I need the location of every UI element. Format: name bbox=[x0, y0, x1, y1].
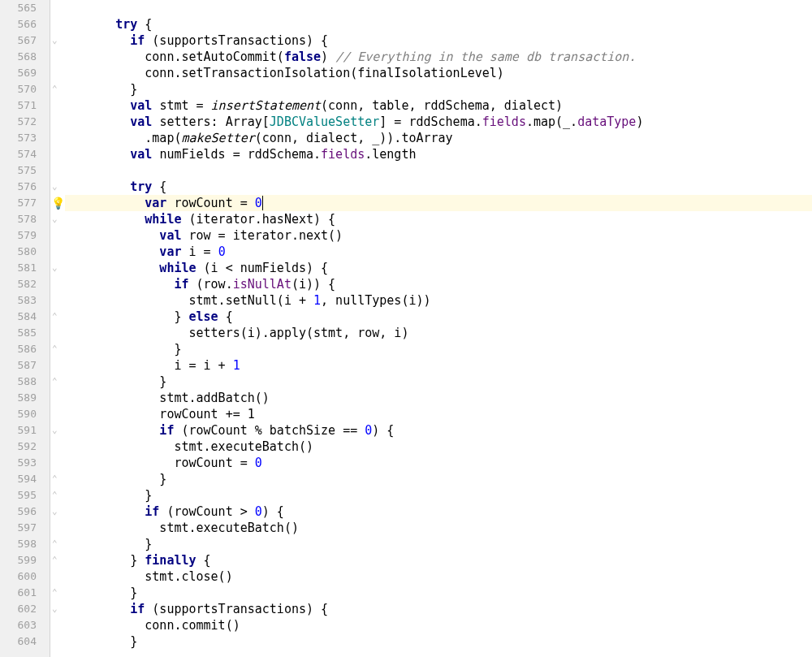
code-line[interactable]: if (row.isNullAt(i)) { bbox=[71, 276, 812, 292]
line-number: 603 bbox=[0, 617, 50, 633]
code-line[interactable]: setters(i).apply(stmt, row, i) bbox=[71, 325, 812, 341]
fold-close-icon[interactable]: ⌃ bbox=[52, 374, 58, 390]
code-line[interactable]: } bbox=[71, 633, 812, 650]
fold-close-icon[interactable]: ⌃ bbox=[52, 536, 58, 552]
code-line[interactable]: var rowCount = 0 bbox=[65, 195, 812, 211]
fold-open-icon[interactable]: ⌄ bbox=[52, 504, 58, 520]
line-number: 569 bbox=[0, 65, 50, 81]
code-line[interactable]: stmt.addBatch() bbox=[71, 390, 812, 406]
line-number: 570 bbox=[0, 81, 50, 97]
line-number: 574 bbox=[0, 146, 50, 162]
fold-open-icon[interactable]: ⌃ bbox=[52, 309, 58, 325]
code-line[interactable]: } bbox=[71, 81, 812, 97]
fold-close-icon[interactable]: ⌃ bbox=[52, 487, 58, 504]
code-line[interactable]: stmt.setNull(i + 1, nullTypes(i)) bbox=[71, 292, 812, 309]
fold-close-icon[interactable]: ⌃ bbox=[52, 471, 58, 487]
line-number: 592 bbox=[0, 439, 50, 455]
line-number: 599 bbox=[0, 552, 50, 568]
line-number: 601 bbox=[0, 585, 50, 601]
line-number: 591 bbox=[0, 422, 50, 439]
code-line[interactable]: conn.setAutoCommit(false) // Everything … bbox=[71, 49, 812, 65]
line-number: 602 bbox=[0, 601, 50, 617]
fold-open-icon[interactable]: ⌄ bbox=[52, 211, 58, 227]
line-number: 566 bbox=[0, 16, 50, 32]
line-number: 581 bbox=[0, 260, 50, 276]
code-line[interactable]: try { bbox=[71, 179, 812, 195]
fold-open-icon[interactable]: ⌄ bbox=[52, 601, 58, 617]
code-line[interactable]: } bbox=[71, 471, 812, 487]
line-number-gutter: 5655665675685695705715725735745755765775… bbox=[0, 0, 50, 657]
code-line[interactable]: if (supportsTransactions) { bbox=[71, 601, 812, 617]
code-line[interactable] bbox=[71, 162, 812, 179]
code-line[interactable]: } bbox=[71, 341, 812, 357]
line-number: 568 bbox=[0, 49, 50, 65]
code-line[interactable]: conn.setTransactionIsolation(finalIsolat… bbox=[71, 65, 812, 81]
code-line[interactable]: val stmt = insertStatement(conn, table, … bbox=[71, 97, 812, 114]
code-line[interactable]: while (iterator.hasNext) { bbox=[71, 211, 812, 227]
code-area[interactable]: try { if (supportsTransactions) { conn.s… bbox=[65, 0, 812, 657]
code-line[interactable]: stmt.executeBatch() bbox=[71, 520, 812, 536]
code-line[interactable]: stmt.close() bbox=[71, 568, 812, 585]
fold-open-icon[interactable]: ⌄ bbox=[52, 179, 58, 195]
line-number: 572 bbox=[0, 114, 50, 130]
code-line[interactable] bbox=[71, 0, 812, 16]
fold-close-icon[interactable]: ⌃ bbox=[52, 585, 58, 601]
line-number: 577 bbox=[0, 195, 50, 211]
code-line[interactable]: if (rowCount > 0) { bbox=[71, 504, 812, 520]
line-number: 578 bbox=[0, 211, 50, 227]
line-number: 590 bbox=[0, 406, 50, 422]
line-number: 598 bbox=[0, 536, 50, 552]
code-line[interactable]: var i = 0 bbox=[71, 244, 812, 260]
line-number: 604 bbox=[0, 633, 50, 650]
fold-open-icon[interactable]: ⌄ bbox=[52, 260, 58, 276]
code-line[interactable]: if (supportsTransactions) { bbox=[71, 32, 812, 49]
text-caret bbox=[262, 196, 263, 210]
intention-bulb-icon[interactable]: 💡 bbox=[51, 195, 65, 211]
code-line[interactable]: try { bbox=[71, 16, 812, 32]
line-number: 594 bbox=[0, 471, 50, 487]
code-line[interactable]: } finally { bbox=[71, 552, 812, 568]
line-number: 575 bbox=[0, 162, 50, 179]
code-line[interactable]: val setters: Array[JDBCValueSetter] = rd… bbox=[71, 114, 812, 130]
code-editor: 5655665675685695705715725735745755765775… bbox=[0, 0, 812, 657]
line-number: 573 bbox=[0, 130, 50, 146]
line-number: 565 bbox=[0, 0, 50, 16]
line-number: 571 bbox=[0, 97, 50, 114]
line-number: 580 bbox=[0, 244, 50, 260]
line-number: 579 bbox=[0, 227, 50, 244]
line-number: 589 bbox=[0, 390, 50, 406]
line-number: 584 bbox=[0, 309, 50, 325]
fold-close-icon[interactable]: ⌃ bbox=[52, 81, 58, 97]
line-number: 593 bbox=[0, 455, 50, 471]
code-line[interactable]: } bbox=[71, 585, 812, 601]
code-line[interactable]: rowCount += 1 bbox=[71, 406, 812, 422]
code-line[interactable]: } bbox=[71, 487, 812, 504]
code-line[interactable]: stmt.executeBatch() bbox=[71, 439, 812, 455]
code-line[interactable]: val row = iterator.next() bbox=[71, 227, 812, 244]
code-line[interactable]: i = i + 1 bbox=[71, 357, 812, 374]
line-number: 585 bbox=[0, 325, 50, 341]
code-line[interactable]: if (rowCount % batchSize == 0) { bbox=[71, 422, 812, 439]
code-line[interactable]: while (i < numFields) { bbox=[71, 260, 812, 276]
line-number: 583 bbox=[0, 292, 50, 309]
line-number: 595 bbox=[0, 487, 50, 504]
code-line[interactable]: rowCount = 0 bbox=[71, 455, 812, 471]
fold-open-icon[interactable]: ⌄ bbox=[52, 422, 58, 439]
line-number: 587 bbox=[0, 357, 50, 374]
fold-close-icon[interactable]: ⌃ bbox=[52, 341, 58, 357]
code-line[interactable]: conn.commit() bbox=[71, 617, 812, 633]
code-line[interactable]: } bbox=[71, 374, 812, 390]
line-number: 582 bbox=[0, 276, 50, 292]
line-number: 586 bbox=[0, 341, 50, 357]
fold-open-icon[interactable]: ⌃ bbox=[52, 552, 58, 568]
line-number: 576 bbox=[0, 179, 50, 195]
line-number: 597 bbox=[0, 520, 50, 536]
fold-open-icon[interactable]: ⌄ bbox=[52, 32, 58, 49]
code-line[interactable]: } else { bbox=[71, 309, 812, 325]
fold-gutter: ⌄⌃⌄💡⌄⌄⌃⌃⌃⌄⌃⌃⌄⌃⌃⌃⌄ bbox=[50, 0, 65, 657]
line-number: 596 bbox=[0, 504, 50, 520]
line-number: 588 bbox=[0, 374, 50, 390]
code-line[interactable]: .map(makeSetter(conn, dialect, _)).toArr… bbox=[71, 130, 812, 146]
code-line[interactable]: val numFields = rddSchema.fields.length bbox=[71, 146, 812, 162]
code-line[interactable]: } bbox=[71, 536, 812, 552]
